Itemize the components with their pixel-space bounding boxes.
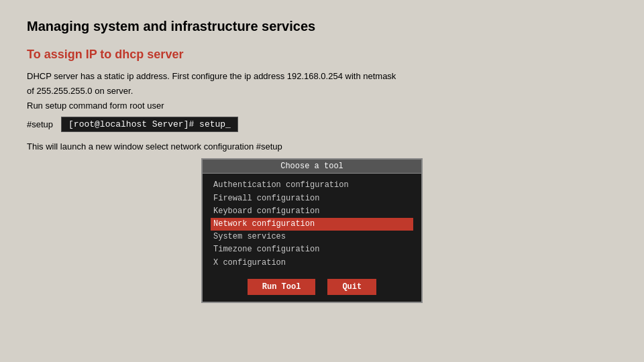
page-container: Managing system and infrastructure servi…: [0, 0, 644, 362]
terminal-buttons-row: Run Tool Quit: [203, 274, 421, 302]
main-title: Managing system and infrastructure servi…: [27, 19, 617, 34]
run-tool-button[interactable]: Run Tool: [248, 279, 316, 295]
body-line1: DHCP server has a static ip address. Fir…: [27, 70, 617, 83]
terminal-window: Choose a tool Authentication configurati…: [201, 158, 423, 302]
command-line-row: #setup [root@localhost Server]# setup_: [27, 117, 617, 132]
menu-item-3[interactable]: Network configuration: [211, 218, 413, 231]
menu-item-0[interactable]: Authentication configuration: [211, 179, 413, 192]
quit-button[interactable]: Quit: [327, 279, 376, 295]
body-line3: Run setup command form root user: [27, 99, 617, 113]
menu-item-1[interactable]: Firewall configuration: [211, 192, 413, 205]
section-title: To assign IP to dhcp server: [27, 48, 617, 62]
menu-item-2[interactable]: Keyboard configuration: [211, 205, 413, 218]
terminal-inline-display: [root@localhost Server]# setup_: [61, 117, 238, 132]
command-label: #setup: [27, 119, 53, 129]
menu-item-6[interactable]: X configuration: [211, 257, 413, 269]
menu-item-4[interactable]: System services: [211, 231, 413, 243]
menu-item-5[interactable]: Timezone configuration: [211, 243, 413, 256]
launch-text: This will launch a new window select net…: [27, 141, 617, 152]
terminal-body: Authentication configuration Firewall co…: [203, 174, 421, 273]
terminal-title: Choose a tool: [203, 160, 421, 174]
body-line2: of 255.255.255.0 on server.: [27, 84, 617, 98]
